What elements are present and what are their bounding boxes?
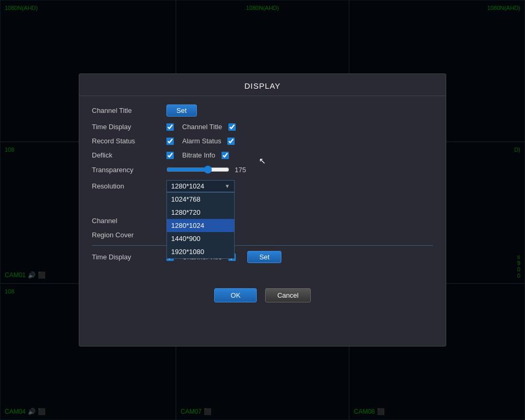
channel-title-cb-wrapper bbox=[228, 123, 236, 131]
display-dialog: DISPLAY Channel Title Set Time Display C… bbox=[79, 74, 446, 346]
bitrate-info-cb-wrapper bbox=[222, 152, 229, 159]
bottom-time-display-row: Time Display Channel Title Set bbox=[92, 251, 433, 263]
alarm-status-label: Alarm Status bbox=[182, 137, 221, 145]
channel-title-set-button[interactable]: Set bbox=[166, 104, 197, 117]
resolution-option-2[interactable]: 1280*720 bbox=[167, 206, 234, 219]
resolution-label: Resolution bbox=[92, 180, 160, 190]
resolution-option-3[interactable]: 1280*1024 bbox=[167, 219, 234, 232]
alarm-status-checkbox[interactable] bbox=[227, 138, 235, 145]
bottom-set-button[interactable]: Set bbox=[247, 251, 282, 263]
tour-row: Tour bbox=[92, 198, 433, 211]
dialog-body: Channel Title Set Time Display Channel T… bbox=[79, 96, 446, 278]
dropdown-arrow-icon: ▼ bbox=[225, 183, 230, 189]
record-status-cb-wrapper bbox=[166, 138, 174, 145]
resolution-option-4[interactable]: 1440*900 bbox=[167, 232, 234, 245]
resolution-option-5[interactable]: 1920*1080 bbox=[167, 245, 234, 258]
resolution-row: Resolution 1280*1024 ▼ 1024*768 1280*720… bbox=[92, 180, 433, 192]
alarm-status-cb-wrapper bbox=[227, 138, 235, 145]
record-status-label: Record Status bbox=[92, 137, 160, 145]
transparency-value: 175 bbox=[235, 166, 250, 174]
time-display-cb-wrapper bbox=[166, 123, 174, 131]
bitrate-info-checkbox[interactable] bbox=[222, 152, 229, 159]
section-divider bbox=[92, 245, 433, 246]
deflick-label: Deflick bbox=[92, 151, 160, 159]
transparency-row: Transparency 175 bbox=[92, 165, 433, 174]
transparency-label: Transparency bbox=[92, 166, 160, 174]
region-cover-label: Region Cover bbox=[92, 231, 160, 239]
transparency-slider-row: 175 bbox=[166, 165, 250, 174]
region-cover-row: Region Cover bbox=[92, 231, 433, 239]
record-status-row: Record Status Alarm Status bbox=[92, 137, 433, 145]
cancel-button[interactable]: Cancel bbox=[265, 288, 310, 302]
dialog-footer: OK Cancel bbox=[79, 278, 446, 315]
resolution-option-1[interactable]: 1024*768 bbox=[167, 193, 234, 206]
deflick-row: Deflick Bitrate Info bbox=[92, 151, 433, 159]
channel-title-label: Channel Title bbox=[92, 107, 160, 114]
bitrate-info-label: Bitrate Info bbox=[182, 151, 215, 159]
ok-button[interactable]: OK bbox=[214, 288, 257, 302]
transparency-slider[interactable] bbox=[166, 165, 229, 174]
dialog-title: DISPLAY bbox=[79, 74, 446, 96]
channel-title-row: Channel Title Set bbox=[92, 104, 433, 117]
resolution-dropdown-container: 1280*1024 ▼ 1024*768 1280*720 1280*1024 … bbox=[166, 180, 235, 192]
time-display-checkbox[interactable] bbox=[166, 123, 174, 131]
bottom-time-display-label: Time Display bbox=[92, 253, 160, 261]
modal-overlay: DISPLAY Channel Title Set Time Display C… bbox=[0, 0, 525, 420]
channel-title-checkbox-1[interactable] bbox=[228, 123, 236, 131]
resolution-dropdown-list: 1024*768 1280*720 1280*1024 1440*900 192… bbox=[166, 192, 235, 259]
deflick-checkbox[interactable] bbox=[166, 152, 174, 159]
channel-title-cb-label-1: Channel Title bbox=[182, 123, 222, 131]
deflick-cb-wrapper bbox=[166, 152, 174, 159]
resolution-select-display[interactable]: 1280*1024 ▼ bbox=[166, 180, 235, 192]
resolution-current-value: 1280*1024 bbox=[171, 182, 225, 190]
time-display-row: Time Display Channel Title bbox=[92, 123, 433, 131]
channel-label: Channel bbox=[92, 217, 160, 225]
record-status-checkbox[interactable] bbox=[166, 138, 174, 145]
channel-row: Channel bbox=[92, 217, 433, 225]
time-display-label: Time Display bbox=[92, 123, 160, 131]
